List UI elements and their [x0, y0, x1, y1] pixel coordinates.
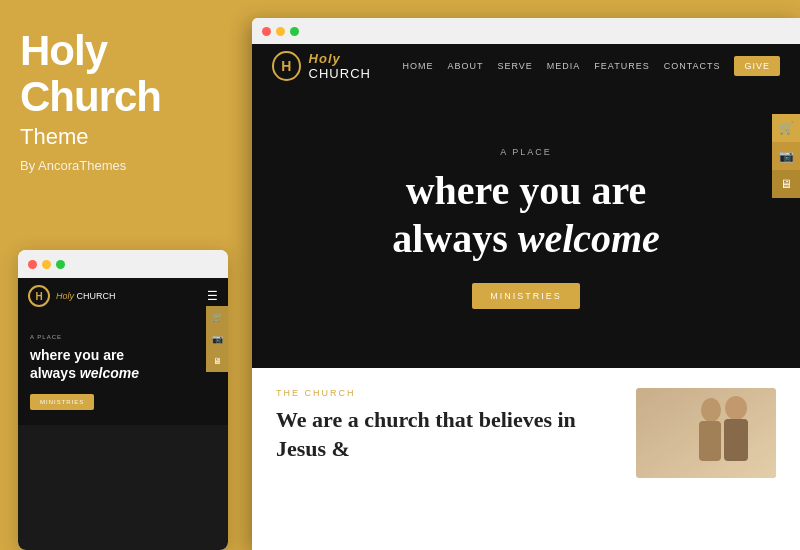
main-nav-links: HOME ABOUT SERVE MEDIA FEATURES CONTACTS…: [402, 56, 780, 76]
main-logo-text: Holy CHURCH: [309, 51, 403, 81]
main-hero-title: where you are always welcome: [392, 167, 660, 263]
main-dot-red: [262, 27, 271, 36]
main-dot-yellow: [276, 27, 285, 36]
main-browser-bar: [252, 18, 800, 44]
theme-subtitle: Theme: [20, 124, 228, 150]
mini-logo: H Holy CHURCH: [28, 285, 116, 307]
theme-by: By AncoraThemes: [20, 158, 228, 173]
nav-features[interactable]: FEATURES: [594, 61, 649, 71]
main-browser-mockup: H Holy CHURCH HOME ABOUT SERVE MEDIA FEA…: [252, 18, 800, 550]
main-side-icons: 🛒 📷 🖥: [772, 114, 800, 198]
mini-hero-title: where you are always welcome: [30, 346, 216, 382]
main-bottom-section: THE CHURCH We are a church that believes…: [252, 368, 800, 498]
main-monitor-icon[interactable]: 🖥: [772, 170, 800, 198]
nav-serve[interactable]: SERVE: [497, 61, 532, 71]
main-ministries-button[interactable]: MINISTRIES: [472, 283, 580, 309]
left-panel: Holy Church Theme By AncoraThemes H Holy…: [0, 0, 248, 550]
main-bottom-title: We are a church that believes in Jesus &: [276, 406, 616, 463]
mini-hero: A PLACE where you are always welcome MIN…: [18, 314, 228, 425]
mini-browser-bar: [18, 250, 228, 278]
nav-give-button[interactable]: GIVE: [734, 56, 780, 76]
main-hero: A PLACE where you are always welcome MIN…: [252, 88, 800, 368]
mini-gallery-icon[interactable]: 📷: [206, 328, 228, 350]
mini-hamburger-icon: ☰: [207, 290, 218, 302]
mini-navbar: H Holy CHURCH ☰: [18, 278, 228, 314]
main-cart-icon[interactable]: 🛒: [772, 114, 800, 142]
main-navbar: H Holy CHURCH HOME ABOUT SERVE MEDIA FEA…: [252, 44, 800, 88]
main-logo: H Holy CHURCH: [272, 51, 402, 81]
mini-dot-red: [28, 260, 37, 269]
nav-media[interactable]: MEDIA: [547, 61, 581, 71]
main-bottom-text: THE CHURCH We are a church that believes…: [276, 388, 616, 478]
nav-home[interactable]: HOME: [402, 61, 433, 71]
mini-dot-yellow: [42, 260, 51, 269]
main-gallery-icon[interactable]: 📷: [772, 142, 800, 170]
mini-browser-content: H Holy CHURCH ☰ A PLACE where you are al…: [18, 278, 228, 550]
mini-browser-mockup: H Holy CHURCH ☰ A PLACE where you are al…: [18, 250, 228, 550]
mini-logo-text: Holy CHURCH: [56, 291, 116, 301]
mini-dot-green: [56, 260, 65, 269]
svg-rect-6: [636, 388, 776, 478]
mini-hero-small: A PLACE: [30, 334, 216, 340]
main-logo-circle: H: [272, 51, 301, 81]
theme-title: Holy Church: [20, 28, 228, 120]
mini-monitor-icon[interactable]: 🖥: [206, 350, 228, 372]
main-bottom-image: [636, 388, 776, 478]
main-bottom-tag: THE CHURCH: [276, 388, 616, 398]
nav-about[interactable]: ABOUT: [447, 61, 483, 71]
nav-contacts[interactable]: CONTACTS: [664, 61, 721, 71]
mini-logo-circle: H: [28, 285, 50, 307]
main-hero-eyebrow: A PLACE: [500, 147, 552, 157]
main-dot-green: [290, 27, 299, 36]
mini-cart-icon[interactable]: 🛒: [206, 306, 228, 328]
mini-ministries-button[interactable]: MINISTRIES: [30, 394, 94, 410]
mini-side-icons: 🛒 📷 🖥: [206, 306, 228, 372]
